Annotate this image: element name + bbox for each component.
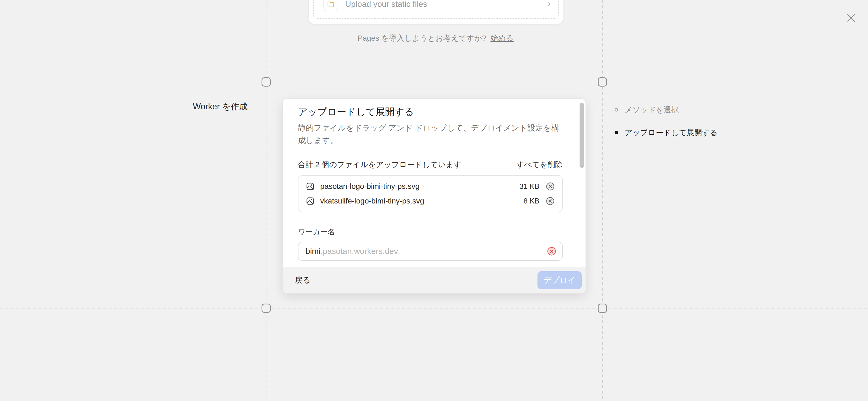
step-label: メソッドを選択 — [625, 105, 679, 114]
file-list: pasotan-logo-bimi-tiny-ps.svg 31 KB — [298, 175, 563, 212]
deploy-button[interactable]: デプロイ — [537, 271, 582, 289]
static-files-drop-zone[interactable]: Upload your static files — [313, 0, 559, 19]
page: Upload your static files Pages を導入しようとお考… — [0, 0, 868, 401]
worker-name-label: ワーカー名 — [298, 227, 563, 237]
chevron-right-icon — [546, 1, 552, 7]
file-size: 31 KB — [519, 182, 539, 191]
remove-file-button[interactable] — [545, 181, 555, 191]
step-label: アップロードして展開する — [625, 128, 717, 137]
step-inactive-icon — [615, 108, 618, 111]
modal-footer: 戻る デプロイ — [283, 267, 586, 293]
image-file-icon — [306, 182, 315, 191]
stepper-item-upload-deploy: アップロードして展開する — [615, 128, 717, 137]
file-row: pasotan-logo-bimi-tiny-ps.svg 31 KB — [299, 179, 562, 194]
folder-icon — [323, 0, 338, 11]
modal-description: 静的ファイルをドラッグ アンド ドロップして、デプロイメント設定を構成します。 — [298, 122, 563, 146]
deploy-modal: アップロードして展開する 静的ファイルをドラッグ アンド ドロップして、デプロイ… — [282, 99, 586, 294]
delete-all-button[interactable]: すべてを削除 — [516, 160, 563, 170]
crop-handle-bottom-right[interactable] — [598, 304, 607, 313]
modal-body: アップロードして展開する 静的ファイルをドラッグ アンド ドロップして、デプロイ… — [283, 99, 586, 267]
upload-static-files-card: Upload your static files — [309, 0, 563, 25]
file-row: vkatsulife-logo-bimi-tiny-ps.svg 8 KB — [299, 194, 562, 208]
remove-circle-icon — [545, 181, 555, 191]
stepper-item-select-method: メソッドを選択 — [615, 105, 679, 114]
close-icon — [846, 13, 856, 23]
worker-name-input[interactable]: bimi .pasotan.workers.dev — [298, 242, 563, 261]
scrollbar-thumb[interactable] — [580, 103, 584, 168]
crop-handle-top-left[interactable] — [261, 77, 271, 87]
upload-option-label: Upload your static files — [345, 0, 427, 9]
crop-guide-vertical-left — [266, 0, 267, 401]
close-button[interactable] — [844, 11, 858, 25]
file-size: 8 KB — [523, 197, 539, 205]
step-active-icon — [615, 131, 618, 134]
remove-file-button[interactable] — [545, 196, 555, 206]
crop-guide-horizontal-top — [0, 82, 868, 82]
files-header: 合計 2 個のファイルをアップロードしています すべてを削除 — [298, 160, 563, 170]
worker-name-value: bimi — [306, 246, 320, 256]
upload-option-row[interactable]: Upload your static files — [323, 0, 552, 12]
get-started-link[interactable]: 始める — [491, 34, 514, 42]
file-name: vkatsulife-logo-bimi-tiny-ps.svg — [320, 197, 424, 205]
pages-prompt: Pages を導入しようとお考えですか? 始める — [309, 33, 563, 43]
crop-guide-vertical-right — [602, 0, 603, 401]
image-file-icon — [306, 196, 315, 206]
worker-name-suffix: .pasotan.workers.dev — [320, 246, 398, 256]
modal-title: アップロードして展開する — [298, 106, 563, 118]
crop-handle-bottom-left[interactable] — [261, 304, 271, 313]
files-summary: 合計 2 個のファイルをアップロードしています — [298, 160, 461, 170]
page-title: Worker を作成 — [193, 101, 248, 112]
pages-prompt-text: Pages を導入しようとお考えですか? — [358, 34, 486, 42]
error-icon — [547, 246, 557, 256]
crop-guide-horizontal-bottom — [0, 308, 868, 308]
remove-circle-icon — [545, 196, 555, 206]
back-button[interactable]: 戻る — [295, 275, 311, 286]
file-name: pasotan-logo-bimi-tiny-ps.svg — [320, 182, 420, 191]
crop-handle-top-right[interactable] — [598, 77, 607, 87]
